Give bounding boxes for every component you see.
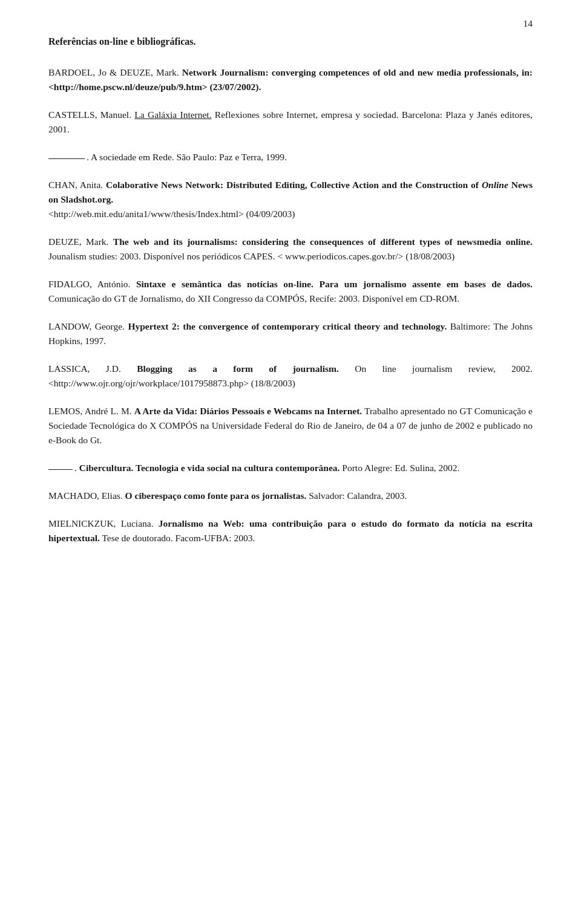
reference-fidalgo: FIDALGO, António. Sintaxe e semântica da… <box>48 277 533 306</box>
chan-online: Online <box>482 180 508 190</box>
reference-lemos1: LEMOS, André L. M. A Arte da Vida: Diári… <box>48 404 533 447</box>
page: 14 Referências on-line e bibliográficas.… <box>0 0 581 924</box>
deuze-title: The web and its journalisms: considering… <box>113 236 533 247</box>
lassica-author: LASSICA, J.D. <box>48 363 137 374</box>
castells2-dot: . <box>87 152 91 162</box>
reference-castells1: CASTELLS, Manuel. La Galáxia Internet. R… <box>48 108 533 137</box>
lemos2-title: Cibercultura. Tecnologia e vida social n… <box>79 463 340 473</box>
reference-lemos2: . Cibercultura. Tecnologia e vida social… <box>48 461 533 475</box>
lassica-title: Blogging as a form of journalism. <box>137 363 339 374</box>
reference-chan: CHAN, Anita. Colaborative News Network: … <box>48 178 533 221</box>
mielnickzuk-author: MIELNICKZUK, Luciana. <box>48 518 159 529</box>
fidalgo-author: FIDALGO, António. <box>48 279 136 289</box>
machado-title: O ciberespaço como fonte para os jornali… <box>125 490 307 501</box>
chan-author: CHAN, Anita. <box>48 180 106 190</box>
castells1-author: CASTELLS, Manuel. <box>48 109 134 120</box>
chan-url: <http://web.mit.edu/anita1/www/thesis/In… <box>48 209 295 219</box>
blank-line-castells2 <box>48 158 85 159</box>
reference-bardoel: BARDOEL, Jo & DEUZE, Mark. Network Journ… <box>48 65 533 94</box>
lemos1-title: A Arte da Vida: Diários Pessoais e Webca… <box>134 406 362 416</box>
castells2-title: A sociedade em Rede. São Paulo: Paz e Te… <box>91 152 287 162</box>
castells1-title: La Galáxia Internet. <box>134 109 211 120</box>
reference-castells2: . A sociedade em Rede. São Paulo: Paz e … <box>48 150 533 164</box>
lemos1-author: LEMOS, André L. M. <box>48 406 134 416</box>
reference-landow: LANDOW, George. Hypertext 2: the converg… <box>48 319 533 348</box>
bardoel-authors: BARDOEL, Jo & DEUZE, Mark. <box>48 67 182 77</box>
page-number: 14 <box>524 18 533 29</box>
reference-deuze: DEUZE, Mark. The web and its journalisms… <box>48 235 533 264</box>
machado-author: MACHADO, Elias. <box>48 490 125 501</box>
machado-details: Salvador: Calandra, 2003. <box>306 490 407 501</box>
lemos2-dot: . <box>74 463 79 473</box>
deuze-author: DEUZE, Mark. <box>48 236 113 247</box>
reference-lassica: LASSICA, J.D. Blogging as a form of jour… <box>48 362 533 391</box>
reference-machado: MACHADO, Elias. O ciberespaço como fonte… <box>48 489 533 503</box>
deuze-journal: Jounalism studies: 2003. Disponível nos … <box>48 251 455 261</box>
fidalgo-title: Sintaxe e semântica das notícias on-line… <box>136 279 533 289</box>
chan-title: Colaborative News Network: Distributed E… <box>48 180 533 204</box>
mielnickzuk-details: Tese de doutorado. Facom-UFBA: 2003. <box>100 533 255 543</box>
section-title: Referências on-line e bibliográficas. <box>48 36 533 47</box>
fidalgo-details: Comunicação do GT de Jornalismo, do XII … <box>48 293 459 304</box>
landow-title: Hypertext 2: the convergence of contempo… <box>128 321 447 331</box>
lemos2-details: Porto Alegre: Ed. Sulina, 2002. <box>340 463 459 473</box>
blank-line-lemos2 <box>48 469 73 470</box>
landow-author: LANDOW, George. <box>48 321 128 331</box>
reference-mielnickzuk: MIELNICKZUK, Luciana. Jornalismo na Web:… <box>48 516 533 545</box>
